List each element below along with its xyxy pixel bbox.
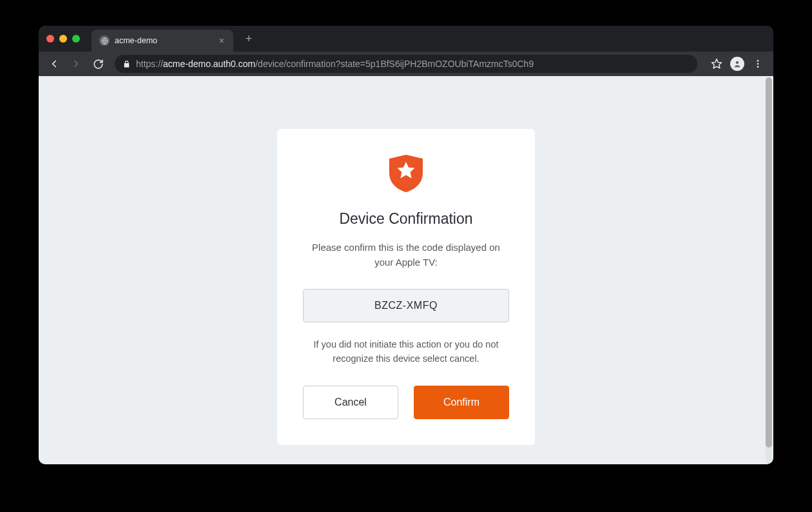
window-minimize-button[interactable]: [59, 35, 67, 43]
cancel-button[interactable]: Cancel: [303, 386, 398, 419]
avatar-icon: [730, 57, 744, 71]
lock-icon: [122, 60, 131, 68]
window-controls: [46, 35, 80, 43]
tab-title: acme-demo: [115, 36, 213, 45]
kebab-menu-icon[interactable]: [749, 55, 767, 73]
svg-point-3: [736, 61, 739, 64]
dialog-heading: Device Confirmation: [303, 210, 509, 228]
dialog-warning: If you did not initiate this action or y…: [303, 338, 509, 366]
scrollbar-thumb[interactable]: [766, 77, 772, 448]
browser-toolbar: https://acme-demo.auth0.com/device/confi…: [39, 52, 773, 76]
back-button[interactable]: [45, 55, 63, 73]
dialog-prompt: Please confirm this is the code displaye…: [303, 241, 509, 270]
bookmark-star-icon[interactable]: [708, 55, 726, 73]
forward-button[interactable]: [67, 55, 85, 73]
device-code-display: BZCZ-XMFQ: [303, 289, 509, 322]
close-icon[interactable]: ×: [218, 35, 226, 46]
reload-button[interactable]: [89, 55, 107, 73]
url-domain: acme-demo.auth0.com: [163, 59, 255, 69]
dialog-button-row: Cancel Confirm: [303, 386, 509, 419]
url-text: https://acme-demo.auth0.com/device/confi…: [136, 59, 534, 69]
browser-window: acme-demo × + https://acme-demo.auth0.co…: [39, 26, 773, 464]
address-bar[interactable]: https://acme-demo.auth0.com/device/confi…: [115, 55, 697, 73]
toolbar-right: [708, 55, 767, 73]
globe-icon: [99, 35, 110, 46]
svg-marker-1: [712, 59, 722, 68]
url-path: /device/confirmation?state=5p1BfS6ijPH2B…: [255, 59, 534, 69]
new-tab-button[interactable]: +: [240, 30, 258, 48]
svg-point-5: [757, 63, 759, 65]
page-viewport: Device Confirmation Please confirm this …: [39, 76, 773, 464]
svg-point-6: [757, 66, 759, 68]
window-maximize-button[interactable]: [72, 35, 80, 43]
browser-tab[interactable]: acme-demo ×: [92, 30, 233, 52]
device-confirmation-card: Device Confirmation Please confirm this …: [277, 129, 535, 445]
confirm-button[interactable]: Confirm: [414, 386, 509, 419]
window-close-button[interactable]: [46, 35, 54, 43]
profile-avatar[interactable]: [728, 55, 746, 73]
url-prefix: https://: [136, 59, 163, 69]
svg-point-4: [757, 60, 759, 62]
tab-bar: acme-demo × +: [39, 26, 773, 52]
scrollbar[interactable]: [766, 77, 772, 463]
auth0-logo-shield-icon: [303, 155, 509, 192]
